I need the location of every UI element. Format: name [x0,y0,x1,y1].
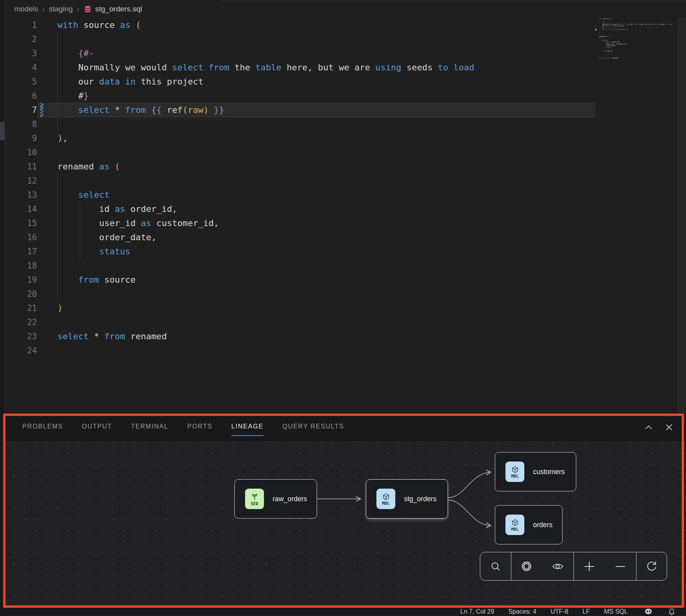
code-line-8[interactable]: 8 [5,117,596,131]
code-line-17[interactable]: 17 status [5,245,596,259]
editor-scrollbar[interactable] [677,18,686,413]
gutter-decoration [37,315,57,329]
visibility-button[interactable] [551,560,564,573]
aperture-icon [520,560,533,572]
refresh-button[interactable] [645,560,658,572]
code-line-21[interactable]: 21) [5,301,596,315]
cube-icon [511,519,519,527]
node-label: stg_orders [404,495,437,503]
copilot-button[interactable] [644,607,653,616]
code-line-4[interactable]: 4 Normally we would select from the tabl… [5,61,596,75]
tab-terminal[interactable]: TERMINAL [131,423,168,432]
seedling-icon [250,492,259,501]
gutter-decoration [37,32,57,46]
line-number: 18 [5,259,37,273]
code-text: #} [57,89,89,103]
gutter-decoration [37,329,57,344]
code-text: {#- [57,46,94,61]
tab-lineage[interactable]: LINEAGE [231,423,264,436]
line-number: 2 [5,32,37,46]
panel-actions [644,414,674,441]
gutter-decoration [37,287,57,301]
line-number: 9 [5,131,37,145]
code-line-5[interactable]: 5 our data in this project [5,75,596,89]
gutter-decoration [37,160,57,174]
panel-header: PROBLEMSOUTPUTTERMINALPORTSLINEAGEQUERY … [5,414,686,441]
code-line-13[interactable]: 13 select [5,188,596,202]
close-panel-button[interactable] [664,422,674,432]
left-sidebar-strip [0,0,5,607]
status-indentation[interactable]: Spaces: 4 [508,608,536,615]
tab-problems[interactable]: PROBLEMS [22,423,63,432]
code-line-16[interactable]: 16 order_date, [5,230,596,245]
collapse-panel-button[interactable] [644,422,654,432]
breadcrumb-filename: stg_orders.sql [95,5,142,13]
lineage-node-stg_orders[interactable]: MDLstg_orders [366,479,448,519]
minimap-content: with source as ( {#- Normally we would s… [599,18,672,61]
zoom-out-icon [614,560,627,573]
status-cursor-position[interactable]: Ln 7, Col 29 [460,608,494,615]
gutter-decoration [37,245,57,259]
gutter-decoration [37,188,57,202]
code-line-19[interactable]: 19 from source [5,273,596,287]
breadcrumb-file[interactable]: stg_orders.sql [83,5,142,13]
code-line-10[interactable]: 10 [5,145,596,160]
code-lines: 1with source as (23 {#-4 Normally we wou… [5,18,596,358]
code-text: renamed as ( [57,160,120,174]
sidebar-scrollbar-thumb[interactable] [0,122,5,140]
zoom-out-button[interactable] [614,560,627,573]
code-text: with source as ( [57,18,141,32]
code-line-12[interactable]: 12 [5,174,596,188]
code-line-11[interactable]: 11renamed as ( [5,160,596,174]
lineage-node-orders[interactable]: MDLorders [495,505,562,544]
breadcrumb-models[interactable]: models [14,5,38,13]
code-line-22[interactable]: 22 [5,315,596,329]
database-icon [83,5,92,13]
search-button[interactable] [490,561,502,572]
notifications-button[interactable] [668,608,676,616]
seed-badge: SED [245,489,264,509]
code-line-2[interactable]: 2 [5,32,596,46]
code-line-14[interactable]: 14 id as order_id, [5,202,596,216]
lineage-canvas[interactable]: SEDraw_ordersMDLstg_ordersMDLcustomersMD… [5,441,686,607]
gutter-decoration [37,202,57,216]
code-line-3[interactable]: 3 {#- [5,46,596,61]
lineage-node-raw_orders[interactable]: SEDraw_orders [234,479,317,519]
line-number: 21 [5,301,37,315]
tab-query-results[interactable]: QUERY RESULTS [282,423,344,432]
tab-ports[interactable]: PORTS [187,423,212,432]
aperture-button[interactable] [520,560,533,572]
code-line-7[interactable]: 7 select * from {{ ref(raw) }} [5,103,596,117]
code-line-20[interactable]: 20 [5,287,596,301]
status-encoding[interactable]: UTF-8 [551,608,568,615]
badge-label: SED [251,501,258,506]
code-line-6[interactable]: 6 #} [5,89,596,103]
code-line-9[interactable]: 9), [5,131,596,145]
line-number: 8 [5,117,37,131]
code-line-15[interactable]: 15 user_id as customer_id, [5,216,596,230]
zoom-in-button[interactable] [583,560,596,573]
line-number: 17 [5,245,37,259]
line-number: 12 [5,174,37,188]
gutter-decoration [37,344,57,358]
breadcrumb-staging[interactable]: staging [49,5,73,13]
code-line-24[interactable]: 24 [5,344,596,358]
modified-line-indicator [40,103,43,117]
status-language-mode[interactable]: MS SQL [604,608,628,615]
tab-output[interactable]: OUTPUT [82,423,112,432]
code-line-23[interactable]: 23select * from renamed [5,329,596,344]
bell-icon [668,608,676,616]
code-line-1[interactable]: 1with source as ( [5,18,596,32]
status-eol[interactable]: LF [583,608,590,615]
gutter-decoration [37,174,57,188]
lineage-toolbar [480,552,667,581]
lineage-node-customers[interactable]: MDLcustomers [495,452,576,491]
minimap[interactable]: with source as ( {#- Normally we would s… [599,18,672,61]
breadcrumb-separator: › [42,5,45,14]
line-number: 13 [5,188,37,202]
search-icon [490,561,502,572]
edge-stg-to-orders [448,500,490,526]
chevron-up-icon [644,422,654,432]
code-line-18[interactable]: 18 [5,259,596,273]
editor-top-divider [220,1,686,1]
